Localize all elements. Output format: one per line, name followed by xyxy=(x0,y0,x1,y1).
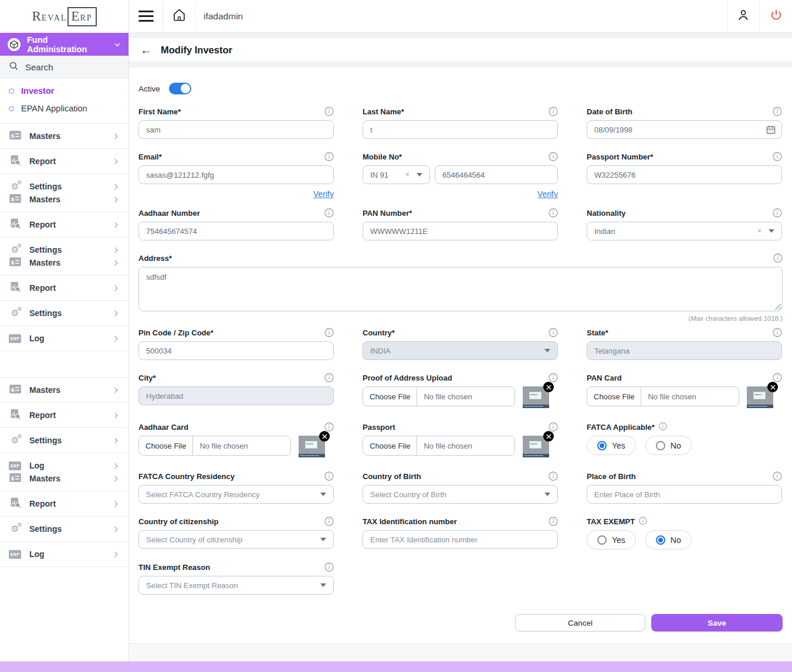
tax-exempt-yes-radio[interactable]: Yes xyxy=(587,530,636,549)
sidebar-item-report[interactable]: Report xyxy=(8,409,120,422)
active-toggle[interactable] xyxy=(169,83,191,94)
logged-in-user: ifadadmin xyxy=(196,0,727,32)
sidebar-item-report[interactable]: Report xyxy=(8,281,120,294)
svg-text:$: $ xyxy=(11,195,14,202)
sidebar-item-investor[interactable]: Investor xyxy=(0,82,128,100)
info-icon xyxy=(549,152,558,161)
last-name-input[interactable] xyxy=(363,120,558,139)
menu-toggle-button[interactable] xyxy=(129,0,163,32)
passport-file-input[interactable]: Choose File No file chosen xyxy=(363,436,515,456)
tax-exempt-no-radio[interactable]: No xyxy=(645,530,692,549)
aadhaar-card-file-input[interactable]: Choose File No file chosen xyxy=(138,436,291,456)
profile-button[interactable] xyxy=(727,0,759,32)
proof-of-address-file-input[interactable]: Choose File No file chosen xyxy=(363,386,515,406)
sidebar-item-masters[interactable]: $Masters xyxy=(8,193,120,206)
sidebar-item-log[interactable]: ERPLog xyxy=(8,332,120,345)
country-label: Country* xyxy=(363,328,395,337)
pan-card-file-input[interactable]: Choose File No file chosen xyxy=(587,386,739,406)
address-textarea[interactable]: sdfsdf xyxy=(138,267,783,311)
fatca-no-radio[interactable]: No xyxy=(645,436,692,455)
remove-file-icon[interactable] xyxy=(543,382,554,392)
sidebar-menu: $MastersReport⚙⚙Settings$MastersReport⚙⚙… xyxy=(0,124,128,661)
erp-log-icon: ERP xyxy=(9,334,21,343)
tax-identification-input[interactable] xyxy=(363,530,558,549)
pan-number-input[interactable] xyxy=(363,222,558,240)
report-icon xyxy=(9,218,21,232)
sidebar-item-log[interactable]: ERPLog xyxy=(8,548,120,561)
logout-button[interactable] xyxy=(759,0,792,32)
aadhaar-number-input[interactable] xyxy=(138,222,334,240)
sidebar-item-report[interactable]: Report xyxy=(8,155,120,168)
sidebar-item-masters[interactable]: $Masters xyxy=(8,383,120,396)
tin-exempt-reason-select[interactable]: Select TIN Exempt Reason xyxy=(138,576,334,595)
sidebar-item-settings[interactable]: ⚙⚙Settings xyxy=(8,180,120,193)
menu-row: Report xyxy=(0,491,128,517)
sidebar-item-epan-application[interactable]: EPAN Application xyxy=(0,100,128,117)
sidebar-item-settings[interactable]: ⚙⚙Settings xyxy=(8,307,120,320)
passport-upload-label: Passport xyxy=(363,423,395,432)
back-arrow-icon[interactable]: ← xyxy=(140,44,152,56)
masters-icon: $ xyxy=(9,384,22,396)
cancel-button[interactable]: Cancel xyxy=(515,614,645,632)
dob-input[interactable] xyxy=(587,120,782,139)
sidebar-item-report[interactable]: Report xyxy=(8,218,120,231)
sidebar-item-report[interactable]: Report xyxy=(8,497,120,510)
home-button[interactable] xyxy=(163,0,196,32)
pin-code-input[interactable] xyxy=(138,341,334,360)
pan-number-label: PAN Number* xyxy=(363,209,412,218)
info-icon xyxy=(773,471,782,481)
sidebar-item-settings[interactable]: ⚙⚙Settings xyxy=(8,434,120,447)
calendar-icon[interactable] xyxy=(765,124,777,135)
menu-row: ⚙⚙Settings xyxy=(0,301,128,326)
passport-number-input[interactable] xyxy=(587,165,782,184)
mobile-number-input[interactable] xyxy=(435,165,558,184)
country-of-citizenship-select[interactable]: Select Country of citizenship xyxy=(138,530,334,549)
clear-icon[interactable]: × xyxy=(405,171,409,179)
module-selector[interactable]: Fund Administration xyxy=(0,33,128,56)
sidebar-search[interactable]: Search xyxy=(0,56,128,79)
menu-row: ⚙⚙Settings$Masters xyxy=(0,174,128,212)
info-icon xyxy=(549,208,558,218)
remove-file-icon[interactable] xyxy=(319,431,330,442)
home-icon xyxy=(171,7,187,25)
chevron-right-icon xyxy=(111,525,120,534)
email-verify-link[interactable]: Verify xyxy=(313,189,334,199)
menu-row: ERPLog$Masters xyxy=(0,453,128,491)
country-code-select[interactable]: IN 91 × xyxy=(363,165,430,184)
remove-file-icon[interactable] xyxy=(543,431,554,442)
sidebar-item-masters[interactable]: $Masters xyxy=(8,472,120,485)
sidebar-item-settings[interactable]: ⚙⚙Settings xyxy=(8,243,120,256)
sidebar-item-settings[interactable]: ⚙⚙Settings xyxy=(8,522,120,535)
chevron-right-icon xyxy=(111,246,120,254)
place-of-birth-input[interactable] xyxy=(587,485,782,504)
sidebar-item-masters[interactable]: $Masters xyxy=(8,130,120,142)
fatca-country-residency-select[interactable]: Select FATCA Country Residency xyxy=(138,485,334,504)
fatca-yes-radio[interactable]: Yes xyxy=(587,436,636,455)
nationality-select[interactable]: Indian × xyxy=(587,222,782,240)
mobile-verify-link[interactable]: Verify xyxy=(537,189,558,199)
resize-handle-icon[interactable] xyxy=(774,303,781,310)
country-of-birth-select[interactable]: Select Country of Birth xyxy=(363,485,558,504)
bullet-icon xyxy=(9,106,14,111)
clear-icon[interactable]: × xyxy=(757,227,761,235)
save-button[interactable]: Save xyxy=(651,614,783,632)
info-icon xyxy=(324,328,334,337)
menu-row: $Masters xyxy=(0,124,128,149)
chevron-right-icon xyxy=(111,132,120,141)
hamburger-icon xyxy=(138,11,154,22)
menu-row: $Masters xyxy=(0,378,128,403)
first-name-input[interactable] xyxy=(138,120,334,139)
sidebar-item-log[interactable]: ERPLog xyxy=(8,459,120,472)
horizontal-scrollbar[interactable] xyxy=(0,661,792,672)
email-input[interactable] xyxy=(138,165,334,184)
sidebar-item-masters[interactable]: $Masters xyxy=(8,256,120,269)
menu-row: ⚙⚙Settings xyxy=(0,428,128,453)
remove-file-icon[interactable] xyxy=(767,382,778,392)
logo-text: R xyxy=(32,9,41,24)
chevron-right-icon xyxy=(111,182,120,191)
power-icon xyxy=(769,8,783,25)
module-name: Fund Administration xyxy=(27,35,107,54)
settings-icon: ⚙⚙ xyxy=(11,246,19,254)
tin-exempt-reason-label: TIN Exempt Reason xyxy=(138,563,210,572)
menu-row: ⚙⚙Settings$Masters xyxy=(0,237,128,276)
